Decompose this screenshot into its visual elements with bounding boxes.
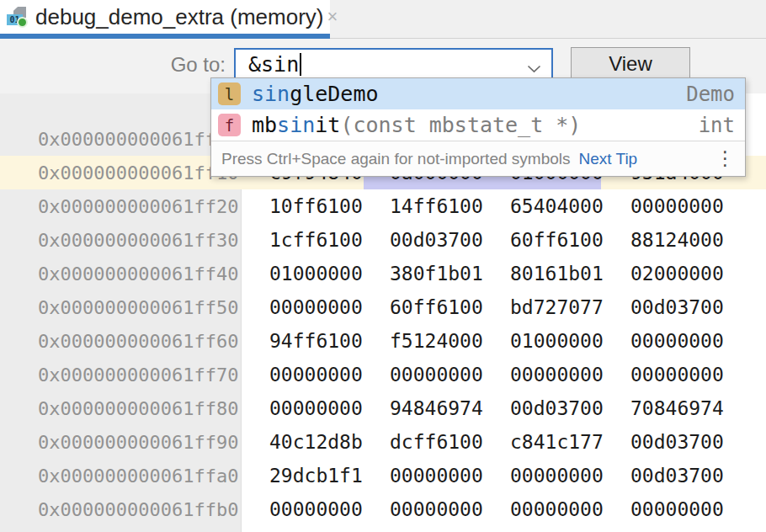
memory-values: 10ff610014ff61006540400000000000 (242, 195, 751, 217)
memory-values: 1cff610000d0370060ff610088124000 (242, 229, 751, 251)
completion-item-mbsinit[interactable]: f mbsinit(const mbstate_t *) int (211, 109, 745, 141)
completion-type: int (699, 114, 735, 137)
memory-address: 0x000000000061ff10 (0, 162, 242, 184)
memory-address: 0x000000000061ff20 (0, 196, 242, 217)
memory-address: 0x000000000061ff30 (0, 230, 242, 251)
memory-address: 0x000000000061ff90 (0, 432, 242, 453)
function-icon: f (218, 114, 241, 136)
memory-cell[interactable]: 00d03700 (510, 397, 630, 419)
memory-cell[interactable]: 02000000 (630, 263, 751, 285)
goto-combobox-input[interactable]: &sin (234, 48, 553, 81)
memory-cell[interactable]: 00000000 (269, 397, 390, 419)
memory-address: 0x000000000061ff70 (0, 364, 242, 386)
memory-cell[interactable]: 00000000 (390, 364, 510, 386)
memory-address: 0x000000000061ffb0 (0, 499, 242, 520)
memory-row: 0x000000000061ff4001000000380f1b0180161b… (0, 257, 766, 290)
completion-type: Demo (686, 82, 735, 106)
memory-cell[interactable]: 00000000 (510, 364, 630, 386)
memory-cell[interactable]: 80161b01 (510, 263, 630, 285)
memory-cell[interactable]: c841c177 (510, 431, 630, 453)
memory-values: 40c12d8bdcff6100c841c17700d03700 (242, 431, 751, 453)
memory-values: 0000000060ff6100bd72707700d03700 (242, 296, 751, 318)
memory-values: 29dcb1f1000000000000000000d03700 (242, 465, 751, 487)
memory-cell[interactable]: 14ff6100 (390, 195, 510, 217)
memory-cell[interactable]: 00000000 (269, 364, 390, 386)
memory-address: 0x000000000061ff50 (0, 297, 242, 318)
memory-values: 00000000000000000000000000000000 (242, 498, 751, 520)
memory-cell[interactable]: 00000000 (630, 195, 751, 217)
memory-cell[interactable]: 00000000 (630, 364, 751, 386)
memory-rows: 0x000000000061ff000x000000000061ff10c9f9… (0, 122, 766, 526)
memory-cell[interactable]: 65404000 (510, 195, 630, 217)
next-tip-link[interactable]: Next Tip (578, 150, 637, 168)
memory-values: 00000000000000000000000000000000 (242, 364, 751, 386)
tab-debug-demo-extra-memory[interactable]: 01 debug_demo_extra (memory) × (0, 0, 330, 39)
memory-cell[interactable]: 00d03700 (390, 229, 510, 251)
memory-cell[interactable]: 70846974 (630, 397, 751, 419)
memory-address: 0x000000000061ff60 (0, 331, 242, 352)
memory-cell[interactable]: 01000000 (510, 330, 630, 352)
memory-cell[interactable]: 88124000 (630, 229, 751, 251)
memory-cell[interactable]: 01000000 (269, 263, 390, 285)
memory-values: 94ff6100f51240000100000000000000 (242, 330, 751, 352)
memory-cell[interactable]: 00000000 (390, 498, 510, 520)
memory-row: 0x000000000061ff2010ff610014ff6100654040… (0, 189, 766, 223)
memory-cell[interactable]: dcff6100 (390, 431, 510, 453)
memory-cell[interactable]: 00000000 (630, 330, 751, 352)
memory-cell[interactable]: f5124000 (390, 330, 510, 352)
completion-popup: l singleDemo Demo f mbsinit(const mbstat… (210, 77, 746, 177)
view-button-label: View (609, 52, 652, 76)
memory-row: 0x000000000061ff301cff610000d0370060ff61… (0, 223, 766, 257)
completion-footer: Press Ctrl+Space again for not-imported … (211, 141, 745, 176)
completion-item-singleDemo[interactable]: l singleDemo Demo (211, 78, 745, 109)
memory-row: 0x000000000061ff6094ff6100f5124000010000… (0, 324, 766, 358)
kebab-menu-icon[interactable]: ⋮ (715, 149, 735, 168)
memory-row: 0x000000000061ff9040c12d8bdcff6100c841c1… (0, 425, 766, 459)
memory-view-icon: 01 (7, 6, 28, 28)
memory-values: 01000000380f1b0180161b0102000000 (242, 263, 751, 285)
memory-cell[interactable]: 380f1b01 (390, 263, 510, 285)
memory-row: 0x000000000061ffb00000000000000000000000… (0, 492, 766, 526)
running-indicator-dot (17, 17, 28, 28)
memory-address: 0x000000000061ffa0 (0, 466, 242, 487)
memory-cell[interactable]: 29dcb1f1 (269, 465, 390, 487)
tab-bar: 01 debug_demo_extra (memory) × (0, 0, 766, 39)
goto-input-value: &sin (248, 52, 299, 77)
memory-cell[interactable]: 00d03700 (630, 431, 751, 453)
completion-hint-text: Press Ctrl+Space again for not-imported … (221, 150, 570, 168)
memory-cell[interactable]: 00d03700 (630, 296, 751, 318)
tab-title: debug_demo_extra (memory) (35, 4, 324, 30)
memory-cell[interactable]: 00000000 (269, 296, 390, 318)
memory-cell[interactable]: 94ff6100 (269, 330, 390, 352)
memory-address: 0x000000000061ff80 (0, 398, 242, 419)
memory-cell[interactable]: 00000000 (390, 465, 510, 487)
memory-cell[interactable]: 00000000 (510, 498, 630, 520)
memory-cell[interactable]: 00d03700 (630, 465, 751, 487)
chevron-down-icon[interactable] (527, 61, 541, 77)
memory-cell[interactable]: 10ff6100 (269, 195, 390, 217)
variable-icon: l (218, 82, 241, 105)
memory-cell[interactable]: 60ff6100 (390, 296, 510, 318)
text-caret (300, 53, 301, 76)
memory-row: 0x000000000061ff700000000000000000000000… (0, 358, 766, 391)
memory-cell[interactable]: 40c12d8b (269, 431, 390, 453)
memory-cell[interactable]: 1cff6100 (269, 229, 390, 251)
memory-cell[interactable]: 60ff6100 (510, 229, 630, 251)
view-button[interactable]: View (571, 47, 690, 81)
memory-cell[interactable]: bd727077 (510, 296, 630, 318)
memory-cell[interactable]: 00000000 (510, 465, 630, 487)
memory-address: 0x000000000061ff40 (0, 263, 242, 285)
memory-cell[interactable]: 00000000 (269, 498, 390, 520)
memory-row: 0x000000000061ff500000000060ff6100bd7270… (0, 290, 766, 324)
memory-row: 0x000000000061ff80000000009484697400d037… (0, 391, 766, 425)
memory-values: 000000009484697400d0370070846974 (242, 397, 751, 419)
memory-cell[interactable]: 94846974 (390, 397, 510, 419)
completion-label: singleDemo (252, 82, 379, 106)
close-icon[interactable]: × (324, 6, 342, 28)
goto-label: Go to: (126, 53, 226, 77)
memory-address: 0x000000000061ff00 (0, 129, 242, 150)
memory-row: 0x000000000061ffa029dcb1f100000000000000… (0, 459, 766, 492)
completion-label: mbsinit(const mbstate_t *) (252, 113, 581, 137)
memory-cell[interactable]: 00000000 (630, 498, 751, 520)
